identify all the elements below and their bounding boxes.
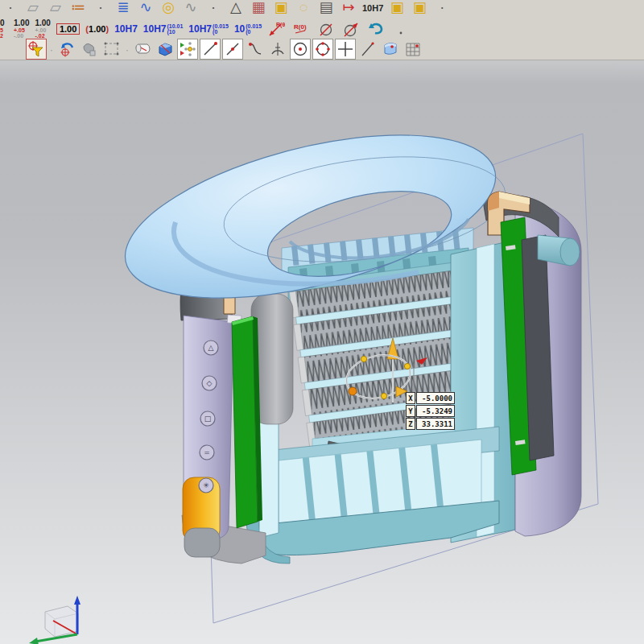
button-glyph: ✳ xyxy=(203,481,209,489)
surface-point-icon[interactable] xyxy=(380,39,401,60)
snap-point-icon[interactable] xyxy=(177,39,198,60)
triangle-icon[interactable]: △ xyxy=(227,0,245,14)
readout-y-value: -5.3249 xyxy=(416,405,455,417)
button-glyph: = xyxy=(204,448,210,456)
manip-handle xyxy=(361,356,366,361)
marquee-select-icon[interactable] xyxy=(101,39,122,60)
overflow-dot[interactable]: · xyxy=(2,0,19,14)
spring-diagonal-icon[interactable]: ∿ xyxy=(137,0,155,14)
line-icon[interactable] xyxy=(357,39,378,60)
undo-target-icon[interactable] xyxy=(56,39,77,60)
diameter-icon[interactable] xyxy=(317,20,336,38)
overflow-dot[interactable] xyxy=(48,39,55,60)
readout-z-row: Z 33.3311 xyxy=(406,418,455,430)
readout-z-value: 33.3311 xyxy=(416,418,455,430)
tolerance-feature-icon[interactable]: ▣ xyxy=(388,0,406,14)
readout-x-value: -5.0000 xyxy=(416,392,455,404)
overflow-dot[interactable]: · xyxy=(433,0,451,14)
readout-y-row: Y -5.3249 xyxy=(406,405,455,417)
tolerance-block-boxed[interactable]: 1.00 xyxy=(56,23,80,35)
tolerance-feature-2-icon[interactable]: ▣ xyxy=(411,0,428,14)
readout-y-label: Y xyxy=(406,405,415,417)
button-glyph: □ xyxy=(204,415,212,423)
button-glyph: ◇ xyxy=(207,379,213,387)
list-edit-icon[interactable]: ≔ xyxy=(69,0,87,14)
spring-gray-icon[interactable]: ∿ xyxy=(182,0,200,14)
box-section-icon[interactable] xyxy=(155,39,175,60)
fit-block-10H7-limits[interactable]: 10H7(10.01(10 xyxy=(143,23,184,35)
spring-vertical-icon[interactable]: ≣ xyxy=(114,0,132,14)
fit-block-10H7[interactable]: 10H7 xyxy=(114,23,138,35)
fit-callout-label[interactable]: 10H7 xyxy=(362,3,383,13)
cylinder-section-icon[interactable] xyxy=(132,39,153,60)
grid-point-icon[interactable] xyxy=(402,39,423,60)
tolerance-block-paren[interactable]: (1.00) xyxy=(85,24,109,34)
snap-filter-icon[interactable] xyxy=(26,39,47,60)
clay-tool-icon[interactable] xyxy=(79,39,100,60)
line-endpoint-icon[interactable] xyxy=(200,39,221,60)
toolbar-row-features: ·▱▱≔·≣∿◎∿·△▦▣◌▤↦10H7▣▣· xyxy=(0,0,644,19)
arc-center-icon[interactable] xyxy=(267,39,288,60)
dimension-icon[interactable]: ↦ xyxy=(340,0,357,14)
undo-arrow-icon[interactable] xyxy=(367,20,386,38)
readout-x-row: X -5.0000 xyxy=(406,392,455,404)
fit-block-10H7-dev[interactable]: 10H7(0.015(0 xyxy=(188,23,229,35)
datum-circles-icon[interactable]: ◌ xyxy=(295,0,312,14)
button-glyph: △ xyxy=(208,344,214,352)
curve-point-icon[interactable] xyxy=(245,39,266,60)
radius-zero-icon[interactable]: R(0) xyxy=(292,20,312,38)
coordinate-readout: X -5.0000 Y -5.3249 Z 33.3311 xyxy=(406,392,455,430)
tolerance-block-minus02[interactable]: 1.00+.00-.02 xyxy=(35,19,50,39)
mesh-triangle-icon[interactable]: ▦ xyxy=(250,0,267,14)
manip-handle xyxy=(381,393,386,398)
pcb-left[interactable] xyxy=(232,316,262,528)
model-scene[interactable]: △ ◇ □ = ✳ xyxy=(0,0,644,644)
tolerance-block-plus05[interactable]: 1.00+.05-.00 xyxy=(14,19,29,39)
overflow-dot[interactable] xyxy=(124,39,130,60)
fit-block-10-dev[interactable]: 10(0.015(0 xyxy=(234,23,262,35)
circle-center-icon[interactable] xyxy=(290,39,311,60)
ruled-surface-icon[interactable]: ▱ xyxy=(47,0,64,14)
wcs-triad xyxy=(29,596,80,644)
toolbar-row-snap-points xyxy=(0,38,644,60)
cad-window: △ ◇ □ = ✳ xyxy=(0,0,644,644)
quadrant-point-icon[interactable] xyxy=(312,39,333,60)
line-midpoint-icon[interactable] xyxy=(222,39,243,60)
overflow-dot[interactable] xyxy=(392,20,411,38)
overflow-dot[interactable]: · xyxy=(92,0,109,14)
readout-x-label: X xyxy=(406,392,415,404)
toolbar-row-tolerances: 0521.00+.05-.001.00+.00-.021.00(1.00)10H… xyxy=(0,19,644,38)
svg-text:R(0): R(0) xyxy=(294,23,307,31)
tolerance-block-clipped[interactable]: 052 xyxy=(0,19,8,39)
manip-handle xyxy=(404,363,410,369)
readout-z-label: Z xyxy=(406,418,415,430)
manip-origin xyxy=(349,387,357,395)
note-icon[interactable]: ▤ xyxy=(317,0,335,14)
overflow-dot[interactable]: · xyxy=(204,0,222,14)
main-toolbar: ·▱▱≔·≣∿◎∿·△▦▣◌▤↦10H7▣▣· 0521.00+.05-.001… xyxy=(0,0,644,60)
diameter-dim-icon[interactable] xyxy=(342,20,361,38)
svg-text:R(θ): R(θ) xyxy=(276,22,285,28)
radius-angle-icon[interactable]: R(θ) xyxy=(267,20,287,38)
intersection-point-icon[interactable] xyxy=(335,39,356,60)
datum-points-icon[interactable]: ▣ xyxy=(272,0,290,14)
swept-surface-icon[interactable]: ▱ xyxy=(24,0,42,14)
coil-icon[interactable]: ◎ xyxy=(159,0,177,14)
